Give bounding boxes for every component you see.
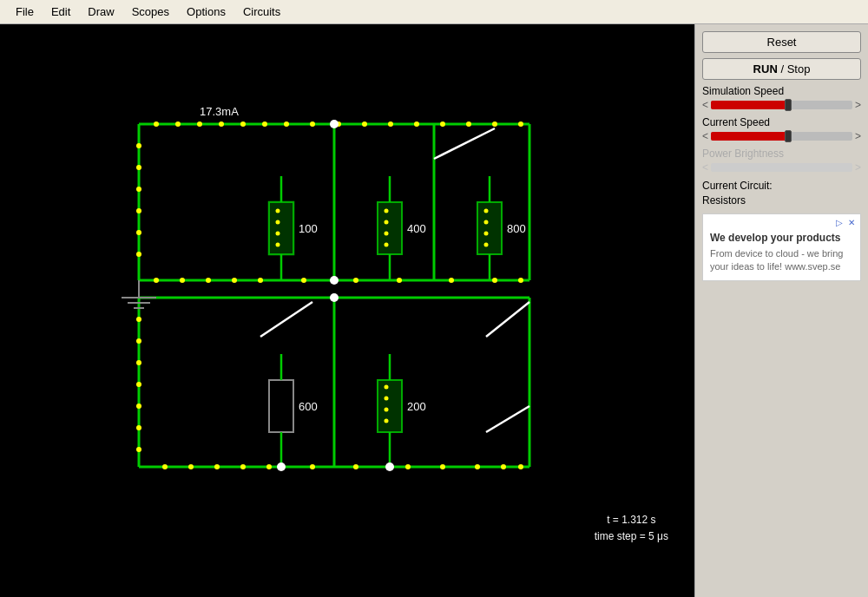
- svg-point-68: [440, 121, 445, 127]
- time-display: t = 1.312 s time step = 5 μs: [595, 512, 668, 545]
- svg-point-75: [232, 278, 237, 283]
- svg-point-111: [385, 463, 394, 471]
- svg-point-73: [180, 278, 185, 283]
- svg-point-65: [362, 121, 367, 127]
- svg-point-49: [385, 397, 389, 401]
- ad-play-button[interactable]: ▷: [834, 218, 845, 227]
- current-speed-section: Current Speed < >: [702, 116, 861, 142]
- svg-point-50: [385, 408, 389, 412]
- svg-point-96: [162, 464, 168, 469]
- simulation-speed-label: Simulation Speed: [702, 85, 861, 97]
- svg-line-55: [260, 302, 312, 337]
- cur-speed-right-arrow[interactable]: >: [855, 130, 861, 142]
- svg-point-28: [385, 209, 389, 213]
- current-circuit-label: Current Circuit:: [702, 180, 773, 192]
- current-speed-label: Current Speed: [702, 116, 861, 128]
- svg-point-106: [501, 464, 506, 469]
- svg-point-95: [136, 447, 141, 452]
- svg-point-60: [240, 121, 246, 127]
- menu-file[interactable]: File: [7, 3, 43, 20]
- ad-controls: ▷ ✕: [834, 218, 857, 227]
- svg-point-31: [385, 243, 389, 247]
- menu-bar: File Edit Draw Scopes Options Circuits: [0, 0, 868, 24]
- current-speed-thumb[interactable]: [785, 130, 792, 142]
- svg-line-54: [486, 406, 529, 432]
- svg-point-71: [518, 121, 523, 127]
- svg-point-105: [475, 464, 480, 469]
- svg-point-77: [301, 278, 306, 283]
- svg-point-100: [266, 464, 272, 469]
- circuit-canvas[interactable]: 100 400 800: [0, 24, 694, 597]
- svg-point-67: [414, 121, 419, 127]
- svg-point-58: [197, 121, 202, 127]
- svg-point-48: [385, 385, 389, 390]
- cur-speed-left-arrow[interactable]: <: [702, 130, 708, 142]
- svg-point-90: [136, 338, 141, 344]
- svg-point-36: [484, 209, 489, 213]
- svg-point-56: [154, 121, 159, 127]
- svg-point-51: [385, 419, 389, 423]
- power-brightness-track[interactable]: [711, 163, 852, 172]
- menu-circuits[interactable]: Circuits: [234, 3, 289, 20]
- sim-speed-right-arrow[interactable]: >: [855, 99, 861, 111]
- main-area: 100 400 800: [0, 24, 868, 597]
- simulation-speed-track[interactable]: [711, 101, 852, 109]
- power-brightness-section: Power Brightness < >: [702, 148, 861, 174]
- svg-rect-24: [378, 202, 402, 254]
- svg-text:600: 600: [299, 400, 318, 413]
- svg-point-30: [385, 232, 389, 236]
- ad-body: From device to cloud - we bring your ide…: [710, 247, 853, 274]
- svg-point-85: [136, 187, 141, 192]
- simulation-speed-thumb[interactable]: [785, 99, 792, 111]
- run-label: RUN: [753, 62, 778, 75]
- svg-point-104: [440, 464, 445, 469]
- time-value: t = 1.312 s: [595, 512, 668, 528]
- simulation-speed-row: < >: [702, 99, 861, 111]
- svg-text:800: 800: [507, 222, 526, 235]
- svg-point-57: [175, 121, 181, 127]
- ad-close-button[interactable]: ✕: [846, 218, 857, 227]
- svg-point-29: [385, 220, 389, 225]
- svg-point-94: [136, 425, 141, 430]
- current-circuit-section: Current Circuit: Resistors: [702, 179, 861, 208]
- svg-point-37: [484, 220, 489, 225]
- svg-point-21: [276, 220, 280, 225]
- svg-point-91: [136, 360, 141, 365]
- svg-point-112: [277, 463, 286, 471]
- svg-point-62: [284, 121, 289, 127]
- svg-point-66: [388, 121, 393, 127]
- power-left-arrow[interactable]: <: [702, 161, 708, 174]
- power-right-arrow[interactable]: >: [855, 161, 861, 174]
- svg-point-38: [484, 232, 489, 236]
- svg-text:17.3mA: 17.3mA: [200, 105, 239, 118]
- svg-point-102: [353, 464, 358, 469]
- run-stop-button[interactable]: RUN / Stop: [702, 58, 861, 80]
- power-brightness-row: < >: [702, 161, 861, 174]
- svg-point-83: [136, 143, 141, 148]
- sim-speed-left-arrow[interactable]: <: [702, 99, 708, 111]
- svg-point-22: [276, 232, 280, 236]
- svg-point-72: [154, 278, 159, 283]
- current-speed-track[interactable]: [711, 132, 852, 141]
- reset-button[interactable]: Reset: [702, 31, 861, 53]
- svg-rect-16: [269, 202, 293, 254]
- menu-scopes[interactable]: Scopes: [123, 3, 178, 20]
- svg-point-39: [484, 243, 489, 247]
- current-circuit-value: Resistors: [702, 194, 746, 207]
- svg-point-70: [492, 121, 497, 127]
- timestep-value: time step = 5 μs: [595, 528, 668, 545]
- svg-point-101: [310, 464, 315, 469]
- svg-point-110: [330, 293, 339, 302]
- ad-box: ▷ ✕ We develop your products From device…: [702, 213, 861, 282]
- svg-point-79: [397, 278, 402, 283]
- svg-point-80: [449, 278, 454, 283]
- menu-options[interactable]: Options: [178, 3, 234, 20]
- svg-line-52: [434, 128, 495, 159]
- svg-point-108: [330, 120, 339, 128]
- svg-text:200: 200: [407, 400, 426, 413]
- svg-point-76: [258, 278, 263, 283]
- svg-point-84: [136, 165, 141, 170]
- menu-draw[interactable]: Draw: [79, 3, 122, 20]
- menu-edit[interactable]: Edit: [43, 3, 79, 20]
- svg-point-92: [136, 382, 141, 387]
